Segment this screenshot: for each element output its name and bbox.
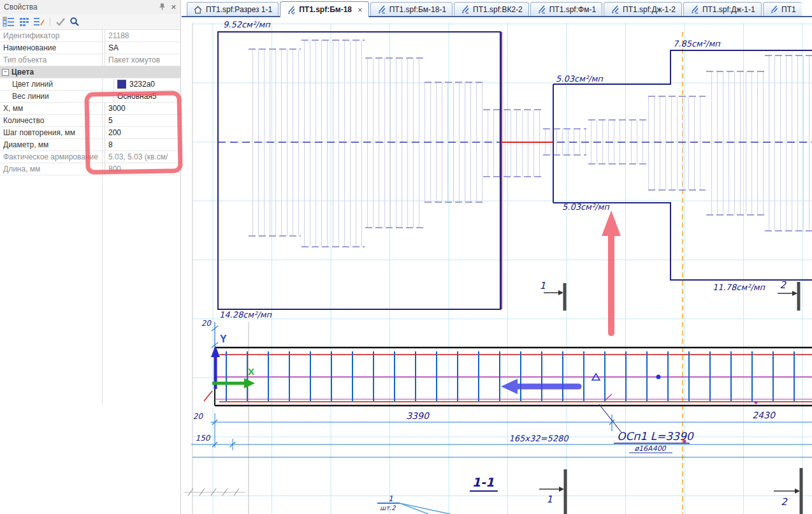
close-icon[interactable]: ✕ <box>171 3 177 11</box>
properties-panel-header: Свойства ✕ <box>0 0 180 14</box>
tab-dzh-1-2[interactable]: ПТ1.spf:Дж-1-2 <box>604 2 682 16</box>
dim-20-top: 20 <box>201 319 218 348</box>
area-label: 11.78см²/мп <box>713 283 766 292</box>
property-value[interactable]: 5 <box>105 115 180 126</box>
property-grid: Идентификатор21188 НаименованиеSA Тип об… <box>0 30 180 175</box>
x-axis-label: X <box>248 366 254 377</box>
property-row: Цвет линий3232a0 <box>0 78 180 91</box>
sheet-icon <box>377 4 386 14</box>
sheet-icon <box>537 4 546 14</box>
beam-rebar-lines <box>204 355 812 402</box>
rebar-position-leader: ОСп1 L=3390 ø16А400 <box>599 404 695 453</box>
annotation-blue-arrow-left <box>501 379 579 394</box>
property-row: Тип объектаПакет хомутов <box>0 54 180 66</box>
sheet-icon <box>690 4 699 14</box>
svg-text:150: 150 <box>196 434 211 443</box>
property-value[interactable]: 8 <box>105 139 180 151</box>
svg-text:2: 2 <box>781 496 788 508</box>
property-value[interactable]: 800 <box>105 163 180 175</box>
tab-vk2-2[interactable]: ПТ1.spf:ВК2-2 <box>454 2 529 16</box>
svg-text:20: 20 <box>201 319 212 328</box>
annotation-red-arrow-up <box>602 210 621 333</box>
document-tab-bar: ПТ1.spf:Разрез 1-1 ПТ1.spf:Бм-18 × ПТ1.s… <box>182 0 812 17</box>
categorized-view-icon[interactable] <box>3 17 15 27</box>
svg-text:3390: 3390 <box>406 411 430 421</box>
reinforcement-hatch-blocks <box>249 40 812 247</box>
property-row: X, мм3000 <box>0 103 180 115</box>
sheet-icon <box>286 5 296 15</box>
svg-text:20: 20 <box>193 412 204 421</box>
toolbar-separator <box>50 17 50 26</box>
sheet-icon <box>460 4 470 14</box>
property-row: Длина, мм800 <box>0 163 180 175</box>
svg-text:ø16А400: ø16А400 <box>634 444 666 453</box>
dim-line-1: 20 3390 2430 <box>193 410 812 448</box>
property-row: Фактическое армирование5.03, 5.03 (кв.см… <box>0 151 180 163</box>
grid-column-divider <box>102 30 103 405</box>
section-title: 1-1 <box>470 475 498 491</box>
property-value[interactable]: 3000 <box>105 103 180 114</box>
section-mark-bottom-2: 2 <box>774 468 801 514</box>
property-row: Шаг повторения, мм200 <box>0 127 180 139</box>
property-value[interactable]: 200 <box>105 127 180 138</box>
grid-lines <box>192 23 812 514</box>
area-label: 14.28см²/мп <box>219 310 273 319</box>
line-color-swatch <box>117 80 126 89</box>
search-icon[interactable] <box>69 17 80 27</box>
area-label: 5.03см²/мп <box>556 74 604 84</box>
section-mark-bottom-1: 1 <box>539 469 565 514</box>
area-label: 9.52см²/мп <box>223 20 271 29</box>
area-envelope-left <box>218 32 500 309</box>
tab-dzh-1-1[interactable]: ПТ1.spf:Дж-1-1 <box>683 2 762 16</box>
property-value[interactable]: SA <box>105 42 180 54</box>
svg-text:ОСп1 L=3390: ОСп1 L=3390 <box>617 430 695 443</box>
svg-text:1: 1 <box>546 494 553 505</box>
dim-line-2: 150 165x32=5280 <box>191 434 812 450</box>
tab-fm-1[interactable]: ПТ1.spf:Фм-1 <box>530 2 602 16</box>
property-value[interactable]: 5.03, 5.03 (кв.см/ <box>105 151 180 163</box>
svg-text:1: 1 <box>539 280 546 291</box>
svg-text:2: 2 <box>779 279 787 291</box>
svg-text:1: 1 <box>388 494 393 503</box>
property-value[interactable]: 3232a0 <box>114 78 180 90</box>
properties-toolbar <box>0 14 180 30</box>
ruler-ticks <box>184 488 245 496</box>
beam-outline <box>215 348 812 406</box>
area-envelope-lower <box>553 203 812 280</box>
property-value[interactable]: Пакет хомутов <box>105 54 180 66</box>
sheet-icon <box>769 4 778 14</box>
panel-title: Свойства <box>4 3 154 11</box>
area-envelope-upper <box>553 50 812 84</box>
tab-razrez-1-1[interactable]: ПТ1.spf:Разрез 1-1 <box>187 2 279 16</box>
edit-view-icon[interactable] <box>33 17 45 27</box>
beam-markers <box>592 374 758 404</box>
position-callout: 1 шт.2 <box>377 494 450 514</box>
alphabetical-view-icon[interactable] <box>19 17 29 27</box>
property-value[interactable]: Основная5 <box>114 91 180 102</box>
property-row: Вес линииОсновная5 <box>0 91 180 103</box>
tab-overflow[interactable]: ПТ1 <box>763 2 802 16</box>
area-label: 7.85см²/мп <box>673 39 721 48</box>
pin-icon[interactable] <box>159 3 166 11</box>
tab-close-icon[interactable]: × <box>358 5 363 15</box>
tab-bm-18[interactable]: ПТ1.spf:Бм-18 × <box>280 1 368 17</box>
area-label: 5.03см²/мп <box>562 202 610 212</box>
property-row: Идентификатор21188 <box>0 30 180 42</box>
home-icon <box>193 5 203 14</box>
property-value[interactable]: 21188 <box>105 30 180 41</box>
svg-text:шт.2: шт.2 <box>380 504 396 511</box>
property-row: Диаметр, мм8 <box>0 139 180 151</box>
ucs-axes: Y X <box>211 334 255 389</box>
apply-check-icon[interactable] <box>55 17 66 27</box>
tab-bm-18-1[interactable]: ПТ1.spf:Бм-18-1 <box>370 2 453 16</box>
beam-stirrups <box>226 351 812 401</box>
properties-panel: Свойства ✕ Идентификатор21188 Наименован… <box>0 0 181 514</box>
section-mark-top-2: 2 <box>778 279 799 311</box>
svg-text:2430: 2430 <box>752 410 776 420</box>
property-group-row[interactable]: −Цвета <box>0 66 180 78</box>
svg-text:1-1: 1-1 <box>472 475 494 489</box>
collapse-icon[interactable]: − <box>2 69 9 76</box>
property-row: Количество5 <box>0 115 180 127</box>
sheet-icon <box>610 4 620 14</box>
property-row: НаименованиеSA <box>0 42 180 54</box>
